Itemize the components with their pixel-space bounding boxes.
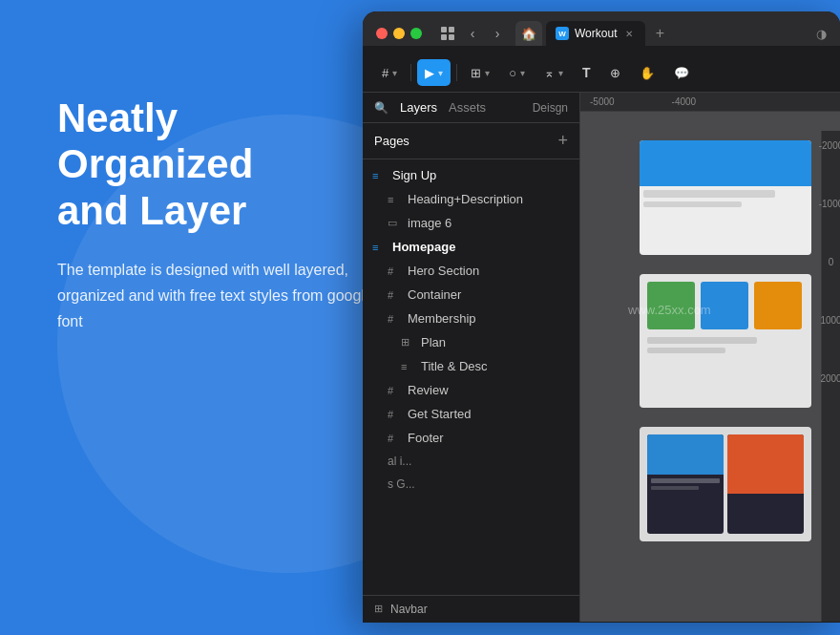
layer-image-icon: ▭ (388, 217, 401, 229)
layer-section-icon: ≡ (372, 170, 386, 181)
layers-list: ≡ Sign Up ≡ Heading+Description ▭ image … (363, 159, 579, 595)
layer-item-membership[interactable]: # Membership (363, 307, 579, 330)
tool-grid[interactable]: # ▾ (374, 59, 405, 86)
layer-membership-icon: # (388, 313, 401, 325)
ruler-v-1: -2000 (819, 140, 840, 151)
canvas-content: -2000 -1000 0 1000 2000 (580, 112, 840, 622)
layer-label-footer: Footer (408, 431, 444, 445)
layer-item-footer[interactable]: # Footer (363, 426, 579, 450)
ruler-v-4: 1000 (820, 315, 840, 326)
tool-component[interactable]: ⊕ (602, 59, 628, 86)
panel-tabs: 🔍 Layers Assets Deisgn (363, 93, 579, 123)
traffic-light-red[interactable] (376, 28, 388, 39)
tab-assets[interactable]: Assets (449, 98, 486, 116)
traffic-lights (376, 28, 422, 39)
ruler-num-2: -4000 (672, 96, 697, 107)
layer-label-signup: Sign Up (392, 168, 436, 182)
layer-plan-icon: ⊞ (401, 336, 414, 349)
ruler-top: -5000 -4000 (580, 93, 840, 112)
layer-hero-icon: # (388, 265, 401, 277)
layer-item-container[interactable]: # Container (363, 283, 579, 307)
layer-footer-icon: # (388, 433, 401, 444)
layer-item-get-started[interactable]: # Get Started (363, 402, 579, 426)
tool-hand[interactable]: ✋ (632, 59, 662, 86)
layer-item-icon: ≡ (388, 194, 401, 205)
left-section: Neatly Organized and Layer The template … (57, 95, 382, 334)
layer-container-icon: # (388, 289, 401, 301)
ruler-v-3: 0 (829, 257, 834, 267)
layer-label-homepage: Homepage (392, 240, 455, 254)
tab-layers[interactable]: Layers (400, 98, 437, 116)
svg-rect-0 (441, 27, 447, 32)
layer-get-started-icon: # (388, 409, 401, 420)
layer-item-heading-desc[interactable]: ≡ Heading+Description (363, 187, 579, 211)
layer-item-sg[interactable]: s G... (363, 473, 579, 496)
layer-label-get-started: Get Started (408, 407, 471, 421)
layer-item-al[interactable]: al i... (363, 450, 579, 473)
pages-add-button[interactable]: + (557, 131, 568, 151)
home-tab[interactable]: 🏠 (515, 21, 542, 46)
tab-label: Workout (575, 27, 617, 40)
layer-label-hero-section: Hero Section (408, 264, 479, 278)
layer-label-membership: Membership (408, 311, 476, 326)
layer-item-plan[interactable]: ⊞ Plan (363, 330, 579, 354)
pages-title: Pages (374, 134, 410, 148)
layer-item-hero-section[interactable]: # Hero Section (363, 259, 579, 283)
browser-right-icons: ◑ (816, 27, 827, 41)
browser-top-bar: ‹ › 🏠 W Workout ✕ + ◑ (376, 21, 827, 46)
panel-bottom-bar: ⊞ Navbar (363, 595, 579, 622)
tab-design[interactable]: Deisgn (533, 101, 568, 115)
tool-frame[interactable]: ⊞ ▾ (463, 59, 497, 86)
main-area: 🔍 Layers Assets Deisgn Pages + ≡ Sign Up… (363, 93, 840, 622)
layer-title-desc-icon: ≡ (401, 361, 414, 372)
nav-icons: ‹ › (437, 23, 508, 44)
toolbar-separator-1 (410, 64, 411, 81)
ruler-vertical: -2000 -1000 0 1000 2000 (821, 131, 840, 622)
layer-item-signup[interactable]: ≡ Sign Up (363, 163, 579, 187)
active-tab[interactable]: W Workout ✕ (546, 21, 645, 46)
browser-mockup: ‹ › 🏠 W Workout ✕ + ◑ # ▾ (363, 11, 840, 623)
tool-text[interactable]: T (575, 59, 598, 86)
svg-rect-3 (449, 34, 454, 40)
layer-label-review: Review (408, 383, 449, 397)
tab-favicon: W (556, 27, 569, 40)
layer-label-plan: Plan (421, 335, 446, 349)
tab-close-button[interactable]: ✕ (622, 27, 636, 40)
layer-item-homepage[interactable]: ≡ Homepage (363, 235, 579, 259)
forward-icon[interactable]: › (487, 23, 508, 44)
layer-item-review[interactable]: # Review (363, 378, 579, 402)
tool-shape[interactable]: ○ ▾ (501, 59, 533, 86)
layer-review-icon: # (388, 385, 401, 396)
tool-pen[interactable]: ⌅ ▾ (536, 59, 571, 86)
layer-al-label: al i... (388, 455, 411, 468)
toolbar: # ▾ ▶ ▾ ⊞ ▾ ○ ▾ ⌅ ▾ T ⊕ ✋ 💬 (363, 53, 840, 93)
tool-pointer[interactable]: ▶ ▾ (417, 59, 451, 86)
tool-comment[interactable]: 💬 (666, 59, 697, 86)
canvas-frame-3 (640, 427, 811, 541)
ruler-v-2: -1000 (819, 199, 840, 209)
pages-header: Pages + (363, 123, 579, 159)
layer-item-image6[interactable]: ▭ image 6 (363, 211, 579, 235)
navbar-label: Navbar (390, 603, 428, 616)
toolbar-separator-2 (456, 64, 457, 81)
traffic-light-yellow[interactable] (393, 28, 405, 39)
description-text: The template is designed with well layer… (57, 257, 382, 335)
canvas-frame-1 (640, 140, 811, 255)
ruler-v-5: 2000 (820, 373, 840, 384)
search-icon: 🔍 (374, 101, 388, 115)
browser-chrome: ‹ › 🏠 W Workout ✕ + ◑ (363, 11, 840, 46)
ruler-num-1: -5000 (590, 96, 615, 107)
layers-panel: 🔍 Layers Assets Deisgn Pages + ≡ Sign Up… (363, 93, 580, 622)
canvas-frame-2 (640, 274, 811, 408)
traffic-light-green[interactable] (410, 28, 422, 39)
back-icon[interactable]: ‹ (462, 23, 483, 44)
grid-icon[interactable] (437, 23, 458, 44)
canvas-area[interactable]: -5000 -4000 -2000 -1000 0 1000 2000 (580, 93, 840, 622)
layer-label-title-desc: Title & Desc (421, 359, 488, 373)
layer-item-title-desc[interactable]: ≡ Title & Desc (363, 354, 579, 378)
layer-homepage-icon: ≡ (372, 242, 386, 253)
new-tab-button[interactable]: + (649, 23, 670, 44)
svg-rect-2 (441, 34, 447, 40)
main-heading: Neatly Organized and Layer (57, 95, 382, 234)
theme-toggle-icon[interactable]: ◑ (816, 27, 827, 41)
